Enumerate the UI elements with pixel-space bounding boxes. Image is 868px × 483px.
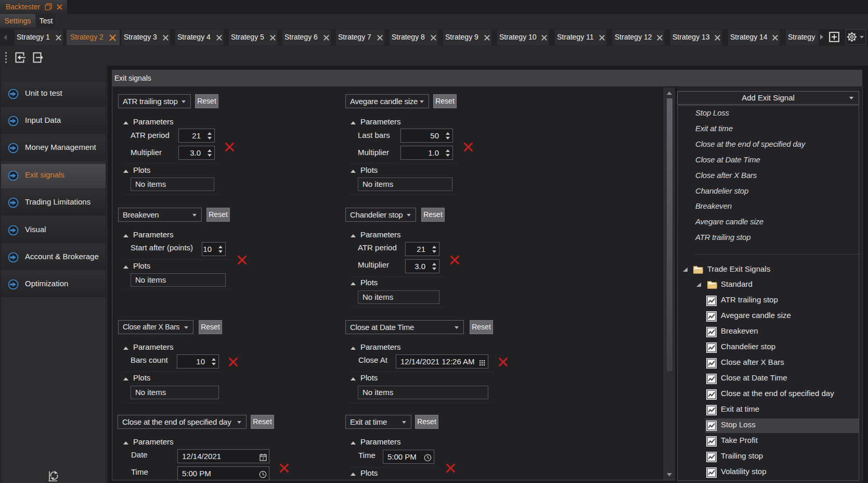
svg-text:7: 7 <box>262 456 265 461</box>
